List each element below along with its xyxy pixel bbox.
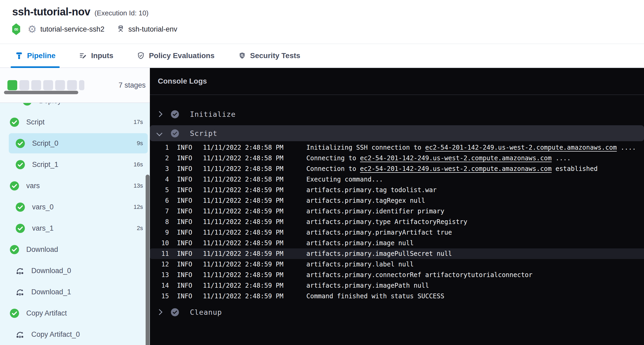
tab-pipeline[interactable]: Pipeline xyxy=(11,44,60,67)
log-line-5[interactable]: 5INFO11/11/2022 2:48:59 PMartifacts.prim… xyxy=(150,185,644,195)
stage-progress-bar[interactable] xyxy=(7,80,84,90)
log-level: INFO xyxy=(177,271,193,279)
stage-duration: 17s xyxy=(134,119,143,126)
section-title: Script xyxy=(190,129,217,137)
host-link[interactable]: ec2-54-201-142-249.us-west-2.compute.ama… xyxy=(425,144,617,151)
stage-chip-7[interactable] xyxy=(79,80,84,90)
section-cleanup[interactable]: Cleanup xyxy=(150,301,644,323)
tab-label: Inputs xyxy=(91,51,113,60)
stage-row-script_0[interactable]: Script_09s xyxy=(0,133,150,154)
tab-policy-evaluations[interactable]: Policy Evaluations xyxy=(132,44,219,67)
tab-security-tests[interactable]: Security Tests xyxy=(234,44,304,67)
log-line-1[interactable]: 1INFO11/11/2022 2:48:58 PMInitializing S… xyxy=(150,142,644,153)
console-panel: Console Logs Initialize Script xyxy=(150,68,644,345)
stage-row-copy-artifact[interactable]: Copy Artifact xyxy=(0,303,150,324)
stage-label: Download_0 xyxy=(31,267,71,275)
log-line-11[interactable]: 11INFO11/11/2022 2:48:59 PMartifacts.pri… xyxy=(150,248,644,259)
title-row: ssh-tutorial-nov (Execution Id: 10) xyxy=(12,0,644,18)
meta-row: ∞ ⚙ tutorial-service-ssh2 ssh-tutorial-e… xyxy=(12,23,644,35)
log-line-13[interactable]: 13INFO11/11/2022 2:48:59 PMartifacts.pri… xyxy=(150,270,644,280)
stages-sidebar: 7 stages Deploy29sScript17sScript_09sScr… xyxy=(0,68,150,345)
log-line-3[interactable]: 3INFO11/11/2022 2:48:58 PMConnection to … xyxy=(150,163,644,174)
stage-count-label: 7 stages xyxy=(119,80,146,90)
log-line-15[interactable]: 15INFO11/11/2022 2:48:59 PMCommand finis… xyxy=(150,291,644,301)
log-timestamp: 11/11/2022 2:48:58 PM xyxy=(203,176,287,183)
stage-chip-1[interactable] xyxy=(7,80,17,90)
log-message: artifacts.primary.tag todolist.war xyxy=(306,186,437,194)
tab-label: Pipeline xyxy=(27,51,55,60)
log-line-9[interactable]: 9INFO11/11/2022 2:48:59 PMartifacts.prim… xyxy=(150,227,644,238)
success-check-icon xyxy=(15,223,25,233)
stage-row-copy-artifact_0[interactable]: Copy Artifact_0 xyxy=(0,324,150,345)
service-name[interactable]: tutorial-service-ssh2 xyxy=(40,25,105,33)
section-script[interactable]: Script xyxy=(150,125,644,141)
log-timestamp: 11/11/2022 2:48:59 PM xyxy=(203,186,287,194)
log-message: Initializing SSH connection to ec2-54-20… xyxy=(306,144,636,151)
tab-inputs[interactable]: Inputs xyxy=(75,44,118,67)
log-message: artifacts.primary.tagRegex null xyxy=(306,197,425,204)
console-body: Initialize Script 1INFO11/11/2022 2:48:5… xyxy=(150,104,644,323)
stage-progress-header: 7 stages xyxy=(0,68,150,103)
stage-row-download_0[interactable]: Download_0 xyxy=(0,260,150,281)
log-message: artifacts.primary.imagePullSecret null xyxy=(306,250,452,257)
stage-chip-2[interactable] xyxy=(19,80,29,90)
log-level: INFO xyxy=(177,154,193,162)
log-line-8[interactable]: 8INFO11/11/2022 2:48:59 PMartifacts.prim… xyxy=(150,217,644,227)
stage-row-script[interactable]: Script17s xyxy=(0,111,150,133)
log-line-7[interactable]: 7INFO11/11/2022 2:48:59 PMartifacts.prim… xyxy=(150,206,644,217)
log-line-number: 12 xyxy=(150,261,169,268)
stage-row-vars[interactable]: vars13s xyxy=(0,175,150,196)
console-title: Console Logs xyxy=(158,77,207,85)
environment-name[interactable]: ssh-tutorial-env xyxy=(128,25,177,33)
log-line-number: 3 xyxy=(150,165,169,172)
stage-label: vars_1 xyxy=(32,224,54,232)
stage-chip-4[interactable] xyxy=(43,80,53,90)
log-line-12[interactable]: 12INFO11/11/2022 2:48:59 PMartifacts.pri… xyxy=(150,259,644,270)
log-line-6[interactable]: 6INFO11/11/2022 2:48:59 PMartifacts.prim… xyxy=(150,195,644,206)
log-message: artifacts.primary.identifier primary xyxy=(306,208,444,215)
log-line-number: 8 xyxy=(150,218,169,226)
log-timestamp: 11/11/2022 2:48:58 PM xyxy=(203,165,287,172)
log-line-4[interactable]: 4INFO11/11/2022 2:48:58 PMExecuting comm… xyxy=(150,174,644,185)
host-link[interactable]: ec2-54-201-142-249.us-west-2.compute.ama… xyxy=(360,165,551,172)
stage-duration: 13s xyxy=(134,182,143,189)
log-message: Executing command... xyxy=(306,176,383,183)
log-level: INFO xyxy=(177,186,193,194)
stage-label: Script_0 xyxy=(32,139,58,148)
log-timestamp: 11/11/2022 2:48:59 PM xyxy=(203,239,287,247)
execution-id: (Execution Id: 10) xyxy=(94,9,149,17)
log-level: INFO xyxy=(177,282,193,289)
log-timestamp: 11/11/2022 2:48:59 PM xyxy=(203,229,287,236)
success-check-icon xyxy=(15,202,25,212)
log-line-14[interactable]: 14INFO11/11/2022 2:48:59 PMartifacts.pri… xyxy=(150,280,644,291)
stage-row-vars_1[interactable]: vars_12s xyxy=(0,218,150,239)
stage-row-download_1[interactable]: Download_1 xyxy=(0,281,150,303)
execution-header: ssh-tutorial-nov (Execution Id: 10) ∞ ⚙ … xyxy=(0,0,644,44)
horizontal-scrollbar[interactable] xyxy=(4,91,78,94)
stage-chip-6[interactable] xyxy=(67,80,77,90)
log-line-2[interactable]: 2INFO11/11/2022 2:48:58 PMConnecting to … xyxy=(150,153,644,163)
log-timestamp: 11/11/2022 2:48:59 PM xyxy=(203,261,287,268)
chevron-right-icon[interactable] xyxy=(156,111,163,117)
chevron-down-icon[interactable] xyxy=(156,130,163,136)
stage-row-script_1[interactable]: Script_116s xyxy=(0,154,150,175)
stage-row-deploy[interactable]: Deploy29s xyxy=(0,103,150,111)
log-level: INFO xyxy=(177,292,193,300)
log-line-number: 13 xyxy=(150,271,169,279)
log-message: artifacts.primary.connectorRef artifacto… xyxy=(306,271,533,279)
stage-row-vars_0[interactable]: vars_012s xyxy=(0,196,150,218)
stage-row-download[interactable]: Download xyxy=(0,239,150,260)
log-line-number: 11 xyxy=(150,250,169,257)
log-line-10[interactable]: 10INFO11/11/2022 2:48:59 PMartifacts.pri… xyxy=(150,238,644,248)
stage-chip-3[interactable] xyxy=(31,80,41,90)
host-link[interactable]: ec2-54-201-142-249.us-west-2.compute.ama… xyxy=(360,154,551,162)
section-title: Initialize xyxy=(190,110,236,118)
section-initialize[interactable]: Initialize xyxy=(150,104,644,125)
log-line-number: 4 xyxy=(150,176,169,183)
log-level: INFO xyxy=(177,208,193,215)
success-icon xyxy=(171,308,179,317)
success-check-icon xyxy=(10,245,19,255)
stage-chip-5[interactable] xyxy=(55,80,65,90)
stage-duration: 9s xyxy=(137,140,143,147)
chevron-right-icon[interactable] xyxy=(156,309,163,315)
